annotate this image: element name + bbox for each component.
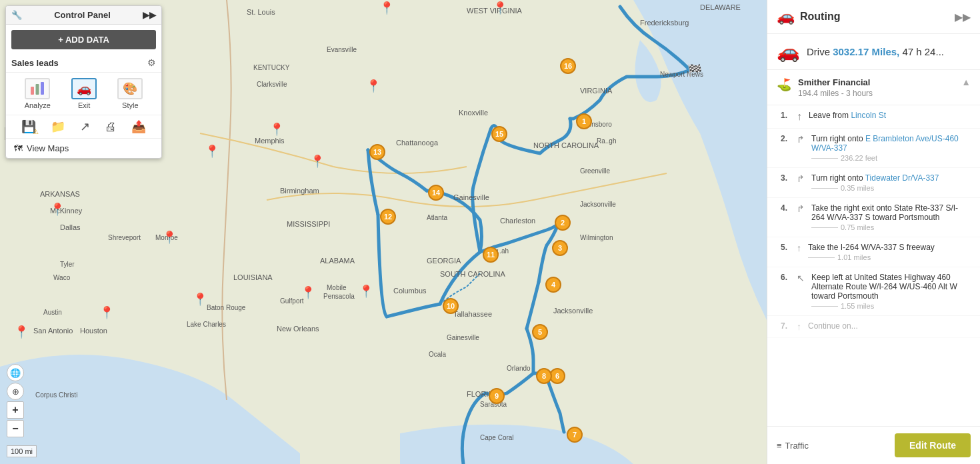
stop-marker-3[interactable]: 3 (552, 240, 568, 256)
print-icon[interactable]: 🖨 (105, 120, 117, 134)
dir-content-5: Take the I-264 W/VA-337 S freeway 1.01 m… (808, 243, 971, 261)
svg-text:Gainesville: Gainesville (447, 334, 479, 341)
control-panel: 🔧 Control Panel ▶▶ + ADD DATA Sales lead… (5, 5, 162, 159)
dir-num-7: 7. (781, 321, 790, 331)
traffic-button[interactable]: ≡ Traffic (777, 441, 809, 451)
dir-text-2: Turn right onto E Brambleton Ave/US-460 … (811, 134, 971, 153)
dir-arrow-1: ↑ (797, 111, 802, 123)
svg-text:📍: 📍 (50, 202, 65, 217)
svg-text:San Antonio: San Antonio (33, 327, 73, 335)
zoom-out-button[interactable]: − (7, 420, 24, 437)
sales-leads-label: Sales leads (11, 58, 59, 68)
svg-text:New Orleans: New Orleans (277, 325, 319, 333)
dir-text-7: Continue on... (808, 321, 971, 331)
dir-text-3: Turn right onto Tidewater Dr/VA-337 (811, 173, 971, 183)
zoom-globe-button[interactable]: 🌐 (7, 364, 24, 381)
stop-marker-7[interactable]: 7 (567, 427, 583, 443)
stop-marker-11[interactable]: 11 (483, 247, 499, 263)
svg-text:Fredericksburg: Fredericksburg (640, 19, 689, 27)
svg-rect-70 (36, 84, 39, 95)
dir-num-1: 1. (781, 111, 790, 120)
folder-icon[interactable]: 📁 (51, 119, 65, 134)
svg-text:Baton Rouge: Baton Rouge (207, 304, 246, 311)
dir-dist-5: 1.01 miles (808, 253, 971, 261)
routing-header: 🚗 Routing ▶▶ (767, 0, 980, 34)
svg-text:Corpus Christi: Corpus Christi (35, 391, 77, 399)
svg-text:Cape Coral: Cape Coral (480, 434, 514, 441)
svg-rect-71 (41, 82, 44, 95)
sales-leads-row: Sales leads ⚙ (6, 55, 161, 73)
drive-miles: 3032.17 Miles, (833, 46, 899, 57)
zoom-in-button[interactable]: + (7, 401, 24, 419)
stop-marker-8[interactable]: 8 (536, 368, 552, 384)
svg-text:Charleston: Charleston (500, 217, 535, 225)
svg-text:Austin: Austin (43, 309, 62, 316)
analyze-tool[interactable]: Analyze (25, 78, 51, 109)
svg-text:St. Louis: St. Louis (247, 8, 275, 16)
stop-marker-10[interactable]: 10 (443, 298, 459, 314)
view-maps-label[interactable]: View Maps (27, 143, 69, 153)
stop-marker-4[interactable]: 4 (545, 277, 561, 293)
stop-marker-13[interactable]: 13 (369, 144, 385, 160)
style-tool[interactable]: 🎨 Style (117, 78, 143, 109)
control-panel-title: Control Panel (54, 10, 111, 20)
flag-start-icon: ⛳ (777, 77, 791, 92)
svg-text:Jacksonville: Jacksonville (553, 307, 593, 315)
save-icon[interactable]: 💾 (21, 119, 36, 134)
dir-arrow-5: ↑ (797, 243, 801, 253)
routing-title: Routing (800, 11, 840, 23)
drive-text: Drive 3032.17 Miles, 47 h 24... (807, 46, 944, 57)
stop-marker-12[interactable]: 12 (380, 209, 396, 225)
zoom-compass-button[interactable]: ⊕ (7, 383, 24, 400)
drive-time: 47 h 24... (899, 46, 944, 57)
svg-text:Lake Charles: Lake Charles (187, 321, 226, 328)
stop-marker-9[interactable]: 9 (489, 388, 505, 404)
svg-text:Dallas: Dallas (60, 223, 81, 231)
gear-icon[interactable]: ⚙ (147, 57, 156, 68)
dir-content-4: Take the right exit onto State Rte-337 S… (811, 203, 971, 231)
view-maps-row[interactable]: 🗺 View Maps (6, 139, 161, 158)
svg-text:Gainesville: Gainesville (453, 193, 489, 201)
wrench-icon: 🔧 (11, 10, 22, 20)
routing-car-icon: 🚗 (777, 8, 795, 25)
dir-dist-2: 236.22 feet (811, 154, 971, 162)
svg-text:🏁: 🏁 (687, 63, 703, 78)
analyze-icon (25, 78, 50, 99)
svg-rect-69 (31, 87, 34, 95)
dir-dist-6: 1.55 miles (811, 302, 971, 310)
dir-text-5: Take the I-264 W/VA-337 S freeway (808, 243, 971, 252)
svg-text:📍: 📍 (269, 122, 285, 137)
exit-tool[interactable]: 🚗 Exit (71, 78, 97, 109)
share-icon[interactable]: ↗ (80, 119, 90, 134)
edit-route-button[interactable]: Edit Route (895, 433, 971, 457)
stop-marker-1[interactable]: 1 (576, 113, 592, 129)
drive-car-icon: 🚗 (777, 41, 800, 63)
direction-4: 4. ↱ Take the right exit onto State Rte-… (767, 198, 980, 237)
stop-marker-15[interactable]: 15 (491, 126, 507, 142)
stop-marker-14[interactable]: 14 (428, 185, 444, 201)
dir-arrow-3: ↱ (797, 173, 805, 184)
export-icon[interactable]: 📤 (131, 119, 146, 134)
stop-expand-icon[interactable]: ▲ (961, 77, 971, 87)
svg-text:Tyler: Tyler (60, 261, 75, 268)
routing-expand-icon[interactable]: ▶▶ (955, 11, 971, 23)
svg-text:Ocala: Ocala (429, 351, 447, 358)
direction-3: 3. ↱ Turn right onto Tidewater Dr/VA-337… (767, 168, 980, 198)
svg-text:📍: 📍 (493, 1, 508, 15)
direction-5: 5. ↑ Take the I-264 W/VA-337 S freeway 1… (767, 237, 980, 267)
stop-marker-5[interactable]: 5 (532, 324, 548, 340)
expand-icon[interactable]: ▶▶ (143, 10, 156, 20)
svg-text:MISSISSIPPI: MISSISSIPPI (287, 220, 330, 228)
dir-text-1: Leave from Lincoln St (809, 111, 971, 120)
svg-text:Knoxville: Knoxville (459, 109, 488, 117)
routing-list[interactable]: ⛳ Smither Financial ▲ 194.4 miles - 3 ho… (767, 70, 980, 426)
stop-marker-2[interactable]: 2 (555, 215, 571, 231)
svg-text:📍: 📍 (162, 230, 177, 245)
svg-text:Columbus: Columbus (393, 287, 427, 295)
add-data-button[interactable]: + ADD DATA (11, 30, 156, 49)
dir-arrow-7: ↑ (797, 321, 801, 332)
direction-1: 1. ↑ Leave from Lincoln St (767, 105, 980, 129)
svg-text:LOUISIANA: LOUISIANA (233, 273, 273, 281)
stop-marker-16[interactable]: 16 (560, 58, 576, 74)
svg-text:📍: 📍 (359, 284, 374, 299)
